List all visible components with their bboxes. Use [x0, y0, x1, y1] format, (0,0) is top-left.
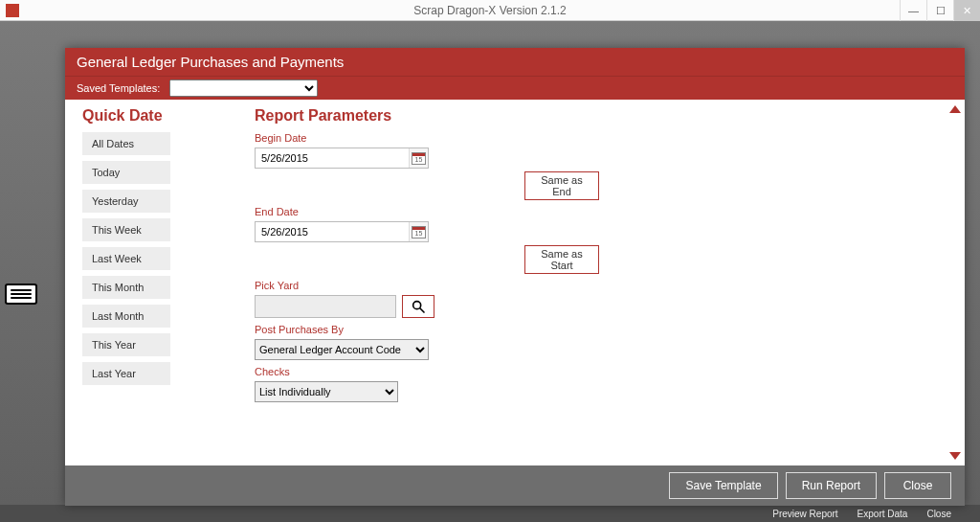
begin-date-label: Begin Date — [255, 132, 599, 144]
close-button[interactable]: Close — [884, 472, 951, 499]
status-item[interactable]: Preview Report — [772, 509, 837, 519]
quick-date-item[interactable]: All Dates — [82, 132, 170, 155]
begin-date-input-wrap — [255, 148, 429, 169]
post-purchases-by-select[interactable]: General Ledger Account Code — [255, 339, 429, 360]
checks-label: Checks — [255, 366, 599, 377]
begin-date-row: Same as End — [255, 148, 599, 200]
quick-date-item[interactable]: Last Week — [82, 247, 170, 270]
status-bar: Preview Report Export Data Close — [0, 505, 980, 522]
status-item[interactable]: Export Data — [858, 509, 908, 519]
dialog-body: Quick Date All Dates Today Yesterday Thi… — [65, 100, 965, 465]
quick-date-heading: Quick Date — [82, 107, 235, 125]
window-titlebar: Scrap Dragon-X Version 2.1.2 — ☐ ✕ — [0, 0, 980, 21]
svg-line-1 — [420, 308, 424, 312]
maximize-button[interactable]: ☐ — [926, 0, 953, 21]
quick-date-panel: Quick Date All Dates Today Yesterday Thi… — [82, 107, 235, 465]
calendar-icon[interactable] — [409, 148, 428, 168]
pick-yard-label: Pick Yard — [255, 280, 599, 291]
pick-yard-row — [255, 295, 599, 318]
save-template-button[interactable]: Save Template — [669, 472, 777, 499]
end-date-row: Same as Start — [255, 221, 599, 274]
quick-date-item[interactable]: Today — [82, 161, 170, 184]
scroll-up-icon[interactable] — [949, 105, 961, 113]
begin-date-input[interactable] — [256, 148, 409, 168]
status-item[interactable]: Close — [926, 509, 951, 519]
quick-date-item[interactable]: Last Year — [82, 362, 170, 385]
report-dialog: General Ledger Purchases and Payments Sa… — [65, 48, 965, 506]
minimize-button[interactable]: — — [900, 0, 926, 21]
quick-date-item[interactable]: Yesterday — [82, 190, 170, 213]
search-icon — [411, 299, 426, 314]
checks-select[interactable]: List Individually — [255, 381, 398, 402]
window-title: Scrap Dragon-X Version 2.1.2 — [413, 4, 566, 17]
run-report-button[interactable]: Run Report — [786, 472, 877, 499]
quick-date-item[interactable]: This Year — [82, 333, 170, 356]
end-date-label: End Date — [255, 206, 599, 217]
calendar-icon[interactable] — [409, 222, 428, 241]
dialog-footer: Save Template Run Report Close — [65, 465, 965, 506]
quick-date-item[interactable]: This Month — [82, 276, 170, 299]
quick-date-item[interactable]: Last Month — [82, 305, 170, 328]
same-as-end-button[interactable]: Same as End — [524, 171, 599, 200]
close-window-button[interactable]: ✕ — [953, 0, 980, 21]
quick-date-item[interactable]: This Week — [82, 218, 170, 241]
scroll-down-icon[interactable] — [949, 452, 961, 460]
quick-date-list: All Dates Today Yesterday This Week Last… — [82, 132, 235, 391]
saved-templates-select[interactable] — [169, 79, 318, 97]
window-buttons: — ☐ ✕ — [900, 0, 980, 21]
saved-templates-bar: Saved Templates: — [65, 76, 965, 100]
post-purchases-by-label: Post Purchases By — [255, 324, 599, 335]
saved-templates-label: Saved Templates: — [77, 82, 160, 94]
pick-yard-search-button[interactable] — [402, 295, 434, 318]
report-parameters-heading: Report Parameters — [255, 107, 599, 125]
keyboard-icon[interactable] — [5, 284, 37, 305]
end-date-input[interactable] — [256, 222, 409, 241]
pick-yard-input[interactable] — [255, 295, 396, 318]
same-as-start-button[interactable]: Same as Start — [524, 245, 599, 274]
dialog-title: General Ledger Purchases and Payments — [65, 48, 965, 76]
report-parameters-panel: Report Parameters Begin Date Same as End… — [255, 107, 599, 465]
app-icon — [6, 4, 19, 17]
end-date-input-wrap — [255, 221, 429, 242]
